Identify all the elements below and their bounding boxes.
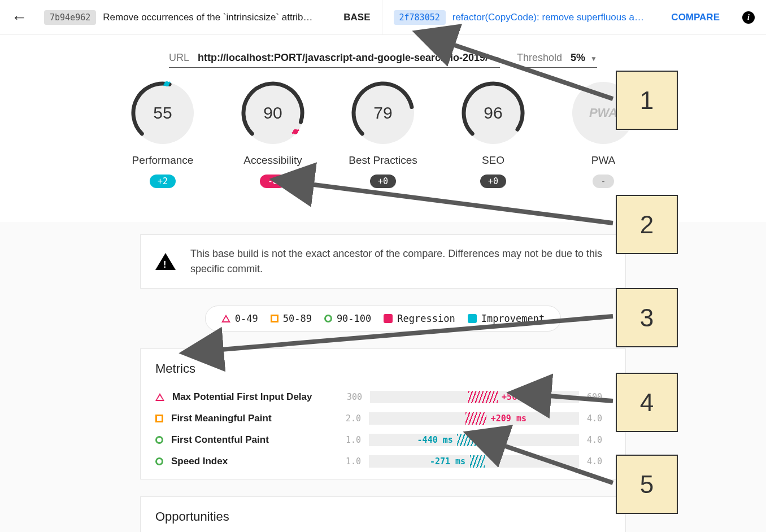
square-icon xyxy=(271,315,278,322)
threshold-selector[interactable]: Threshold 5% ▼ xyxy=(517,52,597,68)
metrics-card: Metrics Max Potential First Input Delay … xyxy=(140,348,626,479)
metric-bar: +209 ms xyxy=(369,412,579,425)
metric-name: Speed Index xyxy=(171,456,329,467)
triangle-icon xyxy=(221,315,230,322)
warning-text: This base build is not the exact ancesto… xyxy=(190,246,611,277)
controls-row: URL http://localhost:PORT/javascript-and… xyxy=(0,52,766,68)
gauge-score: 55 xyxy=(132,82,194,144)
metric-name: Max Potential First Input Delay xyxy=(172,391,330,403)
callout-3: 3 xyxy=(616,288,678,347)
metric-delta: +56 ms xyxy=(502,392,532,402)
metric-range-high: 4.0 xyxy=(587,413,611,424)
compare-commit-selector[interactable]: 2f783052 refactor(CopyCode): remove supe… xyxy=(382,0,732,34)
back-arrow-icon[interactable]: ← xyxy=(11,8,27,27)
metric-delta: +209 ms xyxy=(491,413,526,424)
metric-delta: -271 ms xyxy=(430,456,465,466)
legend-90-100: 90-100 xyxy=(324,313,371,324)
chevron-down-icon: ▼ xyxy=(493,55,500,63)
url-selector[interactable]: URL http://localhost:PORT/javascript-and… xyxy=(169,52,500,68)
metric-range-low: 1.0 xyxy=(337,456,361,466)
compare-hash: 2f783052 xyxy=(394,10,446,25)
callout-2: 2 xyxy=(616,195,678,254)
compare-commit-message: refactor(CopyCode): remove superfluous a… xyxy=(452,12,665,23)
callout-4: 4 xyxy=(616,373,678,432)
gauge-delta: +2 xyxy=(150,175,176,188)
chevron-down-icon: ▼ xyxy=(590,55,597,63)
ancestor-warning: This base build is not the exact ancesto… xyxy=(140,234,626,289)
gauge-score: 96 xyxy=(462,82,524,144)
gauge-accessibility[interactable]: 90 Accessibility -8 xyxy=(236,82,310,188)
gauge-label: PWA xyxy=(567,154,640,167)
metric-range-high: 600 xyxy=(587,392,611,402)
metric-row[interactable]: First Meaningful Paint 2.0 +209 ms 4.0 xyxy=(155,408,611,429)
gauge-best-practices[interactable]: 79 Best Practices +0 xyxy=(346,82,420,188)
base-commit-message: Remove occurrences of the `intrinsicsize… xyxy=(103,12,337,23)
metric-range-low: 300 xyxy=(338,392,362,402)
gauge-label: Accessibility xyxy=(236,154,310,167)
warning-icon xyxy=(155,253,176,270)
legend: 0-49 50-89 90-100 Regression Improvement xyxy=(205,306,562,332)
threshold-label: Threshold xyxy=(517,52,562,63)
gauge-label: Performance xyxy=(126,154,199,167)
gauge-delta: +0 xyxy=(370,175,396,188)
gauge-delta: -8 xyxy=(260,175,286,188)
gauge-score: 90 xyxy=(242,82,304,144)
improvement-swatch xyxy=(468,314,477,323)
header: ← 7b94e962 Remove occurrences of the `in… xyxy=(0,0,766,35)
gauge-seo[interactable]: 96 SEO +0 xyxy=(456,82,530,188)
opportunities-title: Opportunities xyxy=(155,509,611,524)
metrics-title: Metrics xyxy=(155,361,611,376)
regression-swatch xyxy=(384,314,393,323)
gauge-score: 79 xyxy=(352,82,414,144)
legend-50-89: 50-89 xyxy=(271,313,312,324)
callout-1: 1 xyxy=(616,71,678,130)
status-icon xyxy=(155,393,164,401)
metric-bar: +56 ms xyxy=(370,391,579,403)
opportunities-card: Opportunities Eliminate render-blocking … xyxy=(140,496,626,532)
info-icon[interactable]: i xyxy=(742,11,755,24)
gauge-delta: +0 xyxy=(480,175,506,188)
base-hash: 7b94e962 xyxy=(44,10,96,25)
legend-improvement: Improvement xyxy=(468,313,545,324)
status-icon xyxy=(155,415,163,422)
circle-icon xyxy=(324,315,332,322)
metric-range-low: 1.0 xyxy=(337,435,361,445)
gauge-label: Best Practices xyxy=(346,154,420,167)
metric-range-low: 2.0 xyxy=(337,413,361,424)
callout-5: 5 xyxy=(616,455,678,514)
legend-0-49: 0-49 xyxy=(221,313,258,324)
metric-name: First Contentful Paint xyxy=(171,434,329,446)
metric-bar: -440 ms xyxy=(369,434,579,446)
metric-delta: -440 ms xyxy=(417,435,453,445)
metric-row[interactable]: First Contentful Paint 1.0 -440 ms 4.0 xyxy=(155,429,611,451)
gauge-performance[interactable]: 55 Performance +2 xyxy=(126,82,199,188)
metric-bar: -271 ms xyxy=(369,455,579,468)
gauge-delta: - xyxy=(593,175,613,188)
status-icon xyxy=(155,457,163,465)
metric-range-high: 4.0 xyxy=(587,435,611,445)
compare-tag: COMPARE xyxy=(671,12,720,23)
url-label: URL xyxy=(169,52,189,63)
url-value: http://localhost:PORT/javascript-and-goo… xyxy=(198,52,488,63)
threshold-value: 5% xyxy=(571,52,585,63)
metric-row[interactable]: Speed Index 1.0 -271 ms 4.0 xyxy=(155,451,611,472)
base-tag: BASE xyxy=(343,12,370,23)
metric-range-high: 4.0 xyxy=(587,456,611,466)
metric-row[interactable]: Max Potential First Input Delay 300 +56 … xyxy=(155,386,611,408)
metric-name: First Meaningful Paint xyxy=(171,413,329,424)
status-icon xyxy=(155,436,163,444)
legend-regression: Regression xyxy=(384,313,455,324)
gauge-label: SEO xyxy=(456,154,530,167)
base-commit-selector[interactable]: 7b94e962 Remove occurrences of the `intr… xyxy=(44,0,382,34)
